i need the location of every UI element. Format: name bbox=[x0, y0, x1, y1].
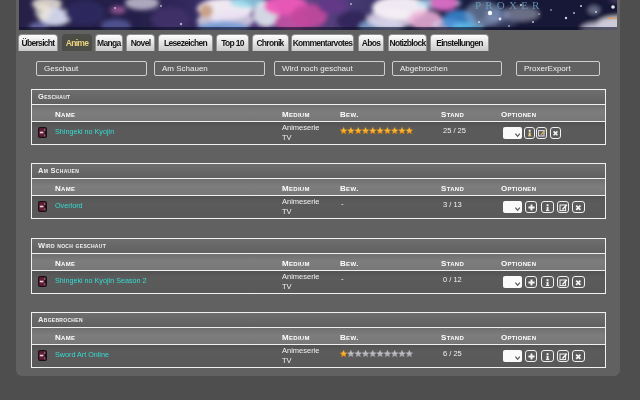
svg-text:PROXER: PROXER bbox=[475, 0, 544, 11]
